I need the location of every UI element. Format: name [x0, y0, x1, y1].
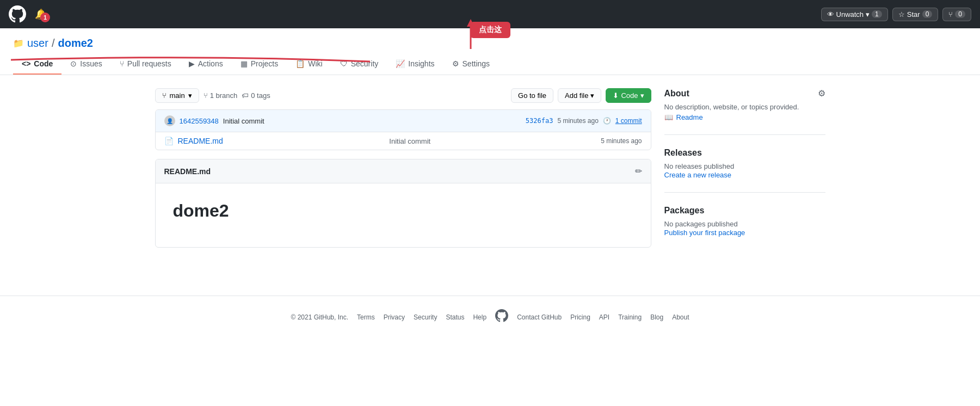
github-logo — [9, 5, 26, 23]
releases-title: Releases — [664, 148, 825, 158]
add-file-button[interactable]: Add file ▾ — [558, 88, 601, 103]
edit-readme-button[interactable]: ✏ — [635, 166, 642, 176]
branch-name: main — [170, 91, 185, 100]
footer-privacy[interactable]: Privacy — [384, 313, 405, 321]
top-nav: 🔔 1 点击这 👁 Unwatch ▾ 1 ☆ Star 0 ⑂ 0 — [0, 0, 980, 28]
code-button[interactable]: ⬇ Code ▾ — [606, 88, 651, 103]
about-description: No description, website, or topics provi… — [664, 103, 825, 111]
footer-pricing[interactable]: Pricing — [570, 313, 590, 321]
about-settings-button[interactable]: ⚙ — [818, 88, 825, 99]
footer-github-logo — [495, 309, 508, 325]
commit-count-link[interactable]: 1 commit — [615, 117, 642, 125]
commit-avatar: 👤 — [164, 115, 175, 126]
go-to-file-label: Go to file — [518, 91, 546, 100]
repo-name-link[interactable]: dome2 — [58, 37, 93, 50]
settings-tab-icon: ⚙ — [452, 59, 459, 68]
file-commit-msg: Initial commit — [389, 137, 601, 145]
add-file-chevron: ▾ — [590, 91, 594, 100]
tab-wiki-label: Wiki — [308, 59, 322, 68]
top-nav-right: 👁 Unwatch ▾ 1 ☆ Star 0 ⑂ 0 — [821, 8, 971, 21]
go-to-file-button[interactable]: Go to file — [511, 88, 553, 103]
commit-info: 1642559348 Initial commit — [180, 117, 521, 125]
annotation-tooltip: 点击这 — [470, 22, 510, 38]
star-button[interactable]: ☆ Star 0 — [892, 8, 939, 21]
tab-security[interactable]: 🛡 Security — [331, 54, 387, 75]
separator: / — [52, 37, 55, 50]
tab-pr-label: Pull requests — [127, 59, 171, 68]
readme-link-container: 📖 Readme — [664, 113, 825, 121]
branch-bar: ⑂ main ▾ ⑂ 1 branch 🏷 0 tags Go to file — [155, 88, 651, 103]
pr-icon: ⑂ — [120, 59, 124, 68]
footer-help[interactable]: Help — [473, 313, 486, 321]
wiki-icon: 📋 — [295, 59, 305, 68]
releases-description: No releases published — [664, 162, 825, 170]
tag-count-text: 0 tags — [251, 91, 270, 100]
branch-icon: ⑂ — [162, 91, 167, 100]
repo-owner-link[interactable]: user — [27, 37, 48, 50]
about-title-text: About — [664, 89, 689, 99]
eye-icon: 👁 — [827, 10, 834, 19]
tab-actions[interactable]: ▶ Actions — [180, 54, 232, 75]
notification-container: 🔔 1 — [35, 8, 47, 20]
readme-filename: README.md — [164, 167, 211, 176]
security-icon: 🛡 — [340, 59, 348, 68]
tag-count-link[interactable]: 🏷 0 tags — [242, 91, 270, 100]
tab-pull-requests[interactable]: ⑂ Pull requests — [111, 54, 180, 75]
watch-count: 1 — [872, 10, 882, 18]
repo-sidebar: About ⚙ No description, website, or topi… — [664, 88, 825, 263]
code-btn-chevron: ▾ — [640, 91, 644, 100]
tab-projects[interactable]: ▦ Projects — [232, 54, 287, 75]
footer: © 2021 GitHub, Inc. Terms Privacy Securi… — [0, 296, 980, 339]
footer-about[interactable]: About — [672, 313, 689, 321]
footer-blog[interactable]: Blog — [650, 313, 663, 321]
main-content: ⑂ main ▾ ⑂ 1 branch 🏷 0 tags Go to file — [142, 75, 839, 263]
branch-selector[interactable]: ⑂ main ▾ — [155, 88, 199, 103]
footer-training[interactable]: Training — [618, 313, 642, 321]
footer-status[interactable]: Status — [446, 313, 464, 321]
releases-section: Releases No releases published Create a … — [664, 148, 825, 193]
commit-row: 👤 1642559348 Initial commit 5326fa3 5 mi… — [156, 110, 651, 132]
footer-api[interactable]: API — [599, 313, 609, 321]
create-release-link[interactable]: Create a new release — [664, 171, 732, 179]
file-time: 5 minutes ago — [601, 137, 642, 145]
tag-icon: 🏷 — [242, 91, 249, 100]
readme-header: README.md ✏ — [156, 159, 651, 183]
packages-section: Packages No packages published Publish y… — [664, 206, 825, 250]
about-section: About ⚙ No description, website, or topi… — [664, 88, 825, 135]
footer-security[interactable]: Security — [414, 313, 437, 321]
readme-repo-title: dome2 — [173, 201, 633, 221]
packages-title: Packages — [664, 206, 825, 216]
fork-button[interactable]: ⑂ 0 — [942, 8, 971, 21]
footer-contact[interactable]: Contact GitHub — [517, 313, 562, 321]
projects-icon: ▦ — [241, 59, 248, 68]
file-name-link[interactable]: README.md — [178, 137, 390, 145]
packages-description: No packages published — [664, 220, 825, 228]
footer-copyright: © 2021 GitHub, Inc. — [291, 313, 348, 321]
tab-settings[interactable]: ⚙ Settings — [443, 54, 499, 75]
watch-button[interactable]: 👁 Unwatch ▾ 1 — [821, 8, 888, 21]
tab-insights[interactable]: 📈 Insights — [387, 54, 443, 75]
repo-type-icon: 📁 — [13, 38, 24, 48]
tab-issues[interactable]: ⊙ Issues — [61, 54, 110, 75]
branch-bar-right: Go to file Add file ▾ ⬇ Code ▾ — [511, 88, 651, 103]
commit-hash[interactable]: 5326fa3 — [526, 117, 553, 125]
star-icon: ☆ — [898, 10, 905, 19]
branch-count-link[interactable]: ⑂ 1 branch — [204, 91, 238, 100]
commit-meta: 5326fa3 5 minutes ago 🕐 1 commit — [526, 117, 642, 125]
packages-title-text: Packages — [664, 206, 705, 216]
tab-settings-label: Settings — [463, 59, 490, 68]
footer-terms[interactable]: Terms — [357, 313, 375, 321]
fork-count: 0 — [955, 10, 965, 18]
file-icon: 📄 — [164, 137, 174, 145]
readme-box: README.md ✏ dome2 — [155, 159, 651, 248]
tab-code[interactable]: <> Code — [13, 54, 61, 75]
commit-user: 1642559348 — [180, 117, 219, 125]
fork-icon: ⑂ — [948, 10, 953, 19]
readme-sidebar-link[interactable]: Readme — [676, 113, 703, 121]
publish-package-link[interactable]: Publish your first package — [664, 229, 745, 237]
tab-wiki[interactable]: 📋 Wiki — [287, 54, 331, 75]
repo-main: ⑂ main ▾ ⑂ 1 branch 🏷 0 tags Go to file — [155, 88, 651, 263]
issues-icon: ⊙ — [70, 59, 77, 68]
branch-count-icon: ⑂ — [204, 91, 208, 100]
table-row: 📄 README.md Initial commit 5 minutes ago — [156, 132, 651, 150]
